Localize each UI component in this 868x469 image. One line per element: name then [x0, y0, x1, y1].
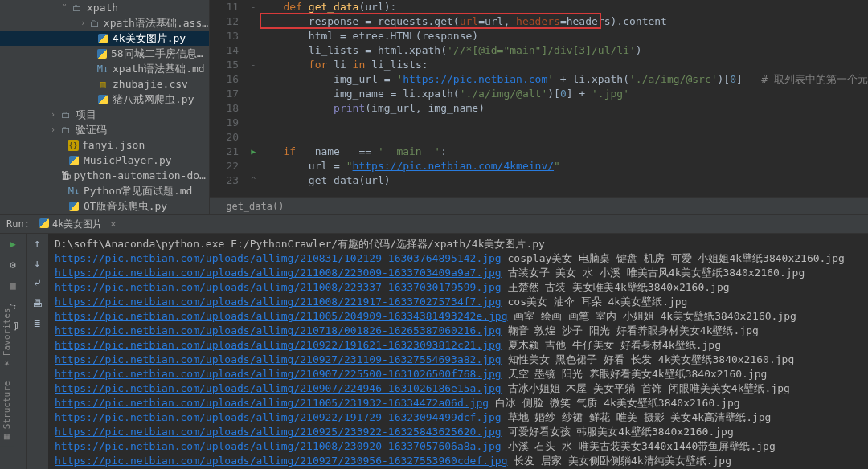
code-line[interactable]: 13 html = etree.HTML(response)	[210, 29, 868, 43]
output-url[interactable]: https://pic.netbian.com/uploads/allimg/2…	[55, 397, 489, 409]
output-text: 可爱好看女孩 韩服美女4k壁纸3840x2160.jpg	[508, 426, 734, 438]
python-icon	[96, 93, 109, 106]
code-text: html = etree.HTML(response)	[258, 29, 868, 43]
line-number: 16	[210, 72, 248, 87]
code-line[interactable]: 16 img_url = 'https://pic.netbian.com' +…	[210, 72, 868, 87]
code-text: li_lists = html.xpath('//*[@id="main"]/d…	[258, 43, 868, 58]
code-line[interactable]: 22 url = "https://pic.netbian.com/4kmein…	[210, 159, 868, 173]
tree-item[interactable]: M↓xpath语法基础.md	[0, 61, 209, 76]
output-text: 草地 婚纱 纱裙 鲜花 唯美 摄影 美女4k高清壁纸.jpg	[508, 411, 772, 423]
favorites-tab[interactable]: ★ Favorites	[2, 308, 12, 370]
fold-icon[interactable]	[248, 29, 258, 43]
tree-label: xpath语法基础.assets	[104, 16, 209, 31]
code-line[interactable]: 15- for li in li_lists:	[210, 58, 868, 72]
fold-icon[interactable]	[248, 14, 258, 29]
code-line[interactable]: 14 li_lists = html.xpath('//*[@id="main"…	[210, 43, 868, 58]
stop-icon[interactable]: ■	[6, 279, 19, 292]
line-number: 14	[210, 43, 248, 58]
fold-icon[interactable]	[248, 72, 258, 87]
project-tree[interactable]: ˅🗀xpath›🗀xpath语法基础.assets4k美女图片.py58同城二手…	[0, 0, 210, 214]
output-url[interactable]: https://pic.netbian.com/uploads/allimg/2…	[55, 252, 502, 264]
output-url[interactable]: https://pic.netbian.com/uploads/allimg/2…	[55, 426, 502, 438]
tree-item[interactable]: MusicPlayer.py	[0, 153, 209, 168]
fold-icon[interactable]	[248, 130, 258, 145]
tree-item[interactable]: QT版音乐爬虫.py	[0, 198, 209, 214]
output-url[interactable]: https://pic.netbian.com/uploads/allimg/2…	[55, 310, 508, 322]
console-line: https://pic.netbian.com/uploads/allimg/2…	[55, 266, 862, 280]
fold-icon[interactable]: -	[248, 0, 258, 14]
output-url[interactable]: https://pic.netbian.com/uploads/allimg/2…	[55, 411, 502, 423]
print-icon[interactable]: 🖶	[32, 297, 43, 309]
output-url[interactable]: https://pic.netbian.com/uploads/allimg/2…	[55, 281, 502, 293]
tree-label: vip视频.py	[84, 214, 142, 215]
structure-tab[interactable]: ▦ Structure	[2, 381, 12, 443]
fold-icon[interactable]	[248, 101, 258, 116]
output-url[interactable]: https://pic.netbian.com/uploads/allimg/2…	[55, 455, 508, 467]
tree-item[interactable]: ›🗀xpath语法基础.assets	[0, 15, 209, 31]
code-editor[interactable]: 11- def get_data(url):12 response = requ…	[210, 0, 868, 214]
fold-icon[interactable]: -	[248, 58, 258, 72]
output-url[interactable]: https://pic.netbian.com/uploads/allimg/2…	[55, 296, 502, 308]
code-line[interactable]: 11- def get_data(url):	[210, 0, 868, 14]
tree-label: 58同城二手房信息.py	[111, 47, 209, 61]
code-text: img_name = li.xpath('./a/img/@alt')[0] +…	[258, 87, 868, 101]
filter-icon[interactable]: ≣	[35, 317, 41, 329]
output-text: 画室 绘画 画笔 室内 小姐姐 4k美女壁纸3840x2160.jpg	[514, 310, 796, 322]
fold-icon[interactable]: ^	[248, 173, 258, 188]
tree-item[interactable]: vip视频.py	[0, 214, 209, 214]
code-line[interactable]: 12 response = requests.get(url=url, head…	[210, 14, 868, 29]
code-text: url = "https://pic.netbian.com/4kmeinv/"	[258, 159, 868, 173]
close-icon[interactable]: ×	[110, 218, 116, 230]
tree-item[interactable]: 猪八戒网爬虫.py	[0, 92, 209, 107]
tree-item[interactable]: ▤zhubajie.csv	[0, 76, 209, 92]
code-line[interactable]: 17 img_name = li.xpath('./a/img/@alt')[0…	[210, 87, 868, 101]
code-text: get_data(url)	[258, 173, 868, 188]
output-url[interactable]: https://pic.netbian.com/uploads/allimg/2…	[55, 353, 502, 365]
tree-label: xpath	[87, 2, 118, 14]
tree-item[interactable]: ˅🗀xpath	[0, 0, 209, 15]
fold-icon[interactable]	[248, 43, 258, 58]
output-text: 夏木颖 吉他 牛仔美女 好看身材4k壁纸.jpg	[508, 339, 721, 351]
output-url[interactable]: https://pic.netbian.com/uploads/allimg/2…	[55, 382, 502, 394]
rerun-icon[interactable]: ▶	[6, 237, 19, 250]
tree-label: 猪八戒网爬虫.py	[113, 92, 194, 107]
tree-item[interactable]: M↓Python常见面试题.md	[0, 183, 209, 198]
console-line: https://pic.netbian.com/uploads/allimg/2…	[55, 324, 862, 338]
tree-item[interactable]: 58同城二手房信息.py	[0, 46, 209, 61]
code-line[interactable]: 20	[210, 130, 868, 145]
run-tab[interactable]: 4k美女图片 ×	[39, 218, 117, 231]
python-icon	[39, 218, 49, 230]
tree-item[interactable]: ›🗀验证码	[0, 122, 209, 137]
tree-item[interactable]: ›🗀项目	[0, 107, 209, 122]
wrap-icon[interactable]: ⤶	[33, 277, 42, 289]
down-icon[interactable]: ↓	[35, 257, 41, 269]
up-icon[interactable]: ↑	[35, 237, 41, 249]
output-url[interactable]: https://pic.netbian.com/uploads/allimg/2…	[55, 339, 502, 351]
folder-icon: 🗀	[88, 17, 100, 30]
code-line[interactable]: 21▶ if __name__ == '__main__':	[210, 145, 868, 159]
fold-icon[interactable]	[248, 87, 258, 101]
code-text: response = requests.get(url=url, headers…	[258, 14, 868, 29]
fold-icon[interactable]	[248, 116, 258, 130]
fold-icon[interactable]	[248, 159, 258, 173]
run-tab-bar: Run: 4k美女图片 ×	[0, 214, 868, 234]
code-line[interactable]: 18 print(img_url, img_name)	[210, 101, 868, 116]
line-number: 15	[210, 58, 248, 72]
side-tool-tabs[interactable]: ▦ Structure ★ Favorites	[0, 305, 14, 446]
code-line[interactable]: 19	[210, 116, 868, 130]
tool-icon[interactable]: ⚙	[6, 258, 19, 271]
tree-item[interactable]: 4k美女图片.py	[0, 31, 209, 46]
output-url[interactable]: https://pic.netbian.com/uploads/allimg/2…	[55, 440, 502, 452]
output-url[interactable]: https://pic.netbian.com/uploads/allimg/2…	[55, 267, 502, 279]
output-text: 古装女子 美女 水 小溪 唯美古风4k美女壁纸3840x2160.jpg	[508, 267, 805, 279]
code-line[interactable]: 23^ get_data(url)	[210, 173, 868, 188]
tree-item[interactable]: {}fanyi.json	[0, 137, 209, 153]
output-url[interactable]: https://pic.netbian.com/uploads/allimg/2…	[55, 324, 502, 336]
folder-icon: 🗀	[59, 108, 72, 121]
tree-label: 验证码	[76, 123, 107, 137]
console-output[interactable]: D:\soft\Anaconda\python.exe E:/PythonCra…	[48, 234, 868, 469]
zip-icon: 🗜	[61, 169, 71, 182]
fold-icon[interactable]: ▶	[248, 145, 258, 159]
tree-item[interactable]: 🗜python-automation-docs-master吴老板doc自动化.…	[0, 168, 209, 183]
output-url[interactable]: https://pic.netbian.com/uploads/allimg/2…	[55, 368, 502, 380]
